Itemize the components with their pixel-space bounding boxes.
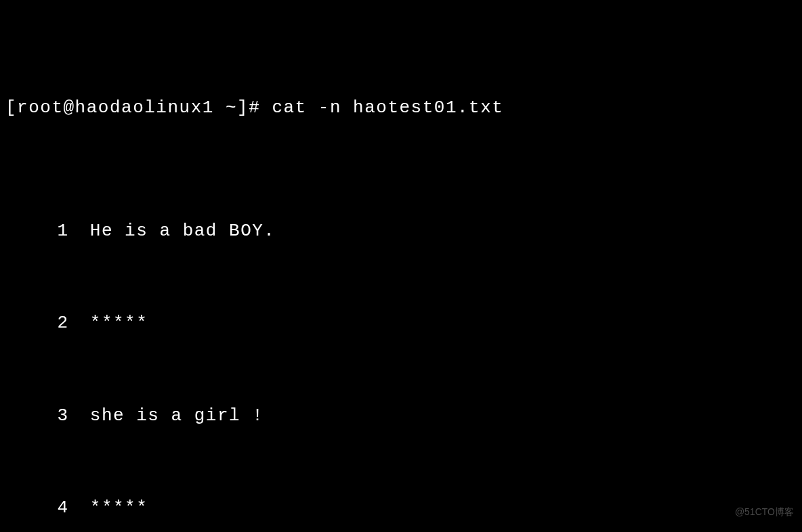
line-content: she is a girl ! [90,401,264,432]
line-content: ***** [90,308,148,339]
cat-output-line: 3she is a girl ! [5,401,797,432]
shell-command: cat -n haotest01.txt [272,97,503,118]
cat-output-line: 2***** [5,308,797,339]
line-number: 1 [5,216,90,247]
cat-output-line: 1He is a bad BOY. [5,216,797,247]
line-number: 3 [5,401,90,432]
line-content: He is a bad BOY. [90,216,276,247]
line-number: 2 [5,308,90,339]
prompt-line-1: [root@haodaolinux1 ~]# cat -n haotest01.… [5,93,797,124]
watermark-text: @51CTO博客 [735,504,794,520]
terminal-output[interactable]: [root@haodaolinux1 ~]# cat -n haotest01.… [0,0,802,532]
cat-output-line: 4***** [5,493,797,524]
line-content: ***** [90,493,148,524]
shell-prompt: [root@haodaolinux1 ~]# [5,97,260,118]
line-number: 4 [5,493,90,524]
